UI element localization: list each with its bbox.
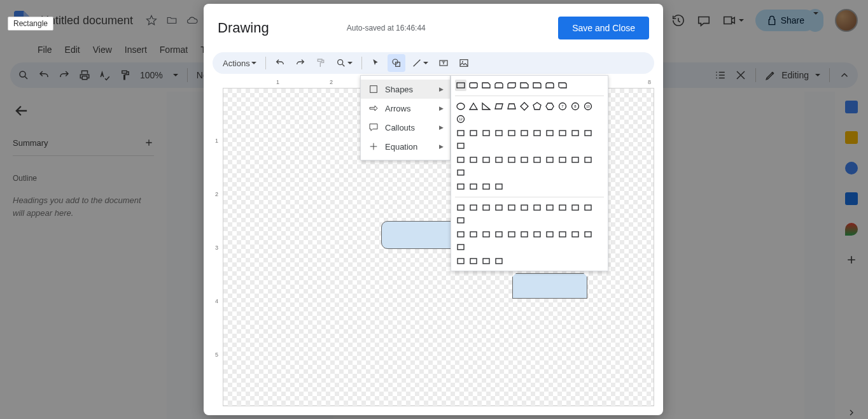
shape-round-same[interactable] xyxy=(544,80,556,91)
shape-snip-round[interactable] xyxy=(519,80,530,91)
save-and-close-button[interactable]: Save and Close xyxy=(558,17,649,39)
shape-hexagon[interactable] xyxy=(544,101,556,112)
shape-bevel[interactable] xyxy=(455,140,466,152)
menu-item-equation[interactable]: Equation▶ xyxy=(361,137,450,156)
paint-format-icon[interactable] xyxy=(312,54,330,72)
shape-triangle[interactable] xyxy=(468,101,479,112)
shape-moon[interactable] xyxy=(557,154,568,166)
shape-frame[interactable] xyxy=(493,127,505,139)
shape-parallelogram[interactable] xyxy=(493,101,505,112)
shape-heptagon[interactable]: 7 xyxy=(557,101,568,112)
shape-flow-extract[interactable] xyxy=(557,229,568,240)
shape-rounded-rect[interactable] xyxy=(468,80,479,91)
shape-folded-corner[interactable] xyxy=(493,154,505,166)
shape-dodecagon[interactable]: 12 xyxy=(455,113,466,125)
shape-trapezoid[interactable] xyxy=(506,101,517,112)
svg-rect-53 xyxy=(496,205,502,210)
textbox-tool[interactable] xyxy=(435,54,452,72)
shape-snip-same[interactable] xyxy=(493,80,505,91)
shape-flow-tape[interactable] xyxy=(493,229,505,240)
shape-flow-decision[interactable] xyxy=(480,202,492,213)
shape-pie[interactable] xyxy=(455,127,466,139)
shape-cube[interactable] xyxy=(582,127,594,139)
menu-item-shapes[interactable]: Shapes▶ xyxy=(361,80,450,99)
select-tool[interactable] xyxy=(367,54,385,72)
shape-block-arc[interactable] xyxy=(480,154,492,166)
undo-icon[interactable] xyxy=(271,54,289,72)
canvas-shape[interactable] xyxy=(512,273,587,299)
shape-heart[interactable] xyxy=(519,154,530,166)
shape-plaque[interactable] xyxy=(557,127,568,139)
shape-round-diag[interactable] xyxy=(557,80,568,91)
menu-item-arrows[interactable]: Arrows▶ xyxy=(361,99,450,118)
shape-flow-manual-op[interactable] xyxy=(455,215,466,226)
line-tool[interactable] xyxy=(408,54,432,72)
svg-rect-74 xyxy=(458,259,464,264)
shape-no-symbol[interactable] xyxy=(468,154,479,166)
shape-flow-direct[interactable] xyxy=(480,255,492,267)
shape-octagon[interactable]: 8 xyxy=(570,101,581,112)
shape-tool[interactable] xyxy=(388,54,405,72)
shape-oval[interactable] xyxy=(455,101,466,112)
shape-arc[interactable] xyxy=(582,154,594,166)
shape-flow-seq[interactable] xyxy=(455,255,466,267)
shape-brace-l[interactable] xyxy=(468,181,479,192)
shape-flow-document[interactable] xyxy=(531,202,543,213)
zoom-tool[interactable] xyxy=(332,54,356,72)
shape-chord[interactable] xyxy=(468,127,479,139)
shape-flow-collate[interactable] xyxy=(531,229,543,240)
shape-flow-prep[interactable] xyxy=(570,202,581,213)
shape-can[interactable] xyxy=(570,127,581,139)
shape-diamond[interactable] xyxy=(519,101,530,112)
menu-item-callouts[interactable]: Callouts▶ xyxy=(361,118,450,137)
svg-text:8: 8 xyxy=(574,104,577,108)
shape-flow-manual[interactable] xyxy=(582,202,594,213)
shape-flow-or[interactable] xyxy=(519,229,530,240)
shape-lightning[interactable] xyxy=(531,154,543,166)
shape-flow-terminator[interactable] xyxy=(557,202,568,213)
shape-donut[interactable] xyxy=(455,154,466,166)
shape-smiley[interactable] xyxy=(506,154,517,166)
shape-flow-stored[interactable] xyxy=(582,229,594,240)
shape-flow-multidoc[interactable] xyxy=(544,202,556,213)
shape-plaque-tabs[interactable] xyxy=(493,181,505,192)
shape-diag-stripe[interactable] xyxy=(531,127,543,139)
svg-text:7: 7 xyxy=(561,104,564,108)
shape-flow-process[interactable] xyxy=(455,202,466,213)
image-tool[interactable] xyxy=(455,54,473,72)
shape-bracket-l[interactable] xyxy=(455,167,466,178)
shape-flow-mag-disk[interactable] xyxy=(468,255,479,267)
shape-teardrop[interactable] xyxy=(480,127,492,139)
shape-bracket-r[interactable] xyxy=(455,181,466,192)
shape-flow-delay[interactable] xyxy=(455,241,466,253)
shape-l-shape[interactable] xyxy=(519,127,530,139)
shape-flow-connector[interactable] xyxy=(455,229,466,240)
redo-icon[interactable] xyxy=(291,54,309,72)
shape-cross[interactable] xyxy=(544,127,556,139)
shape-flow-offpage[interactable] xyxy=(468,229,479,240)
shape-pentagon[interactable] xyxy=(531,101,543,112)
actions-menu[interactable]: Actions xyxy=(219,56,260,71)
shape-flow-sort[interactable] xyxy=(544,229,556,240)
svg-rect-30 xyxy=(559,131,566,136)
shape-rect[interactable] xyxy=(455,80,466,91)
shape-rtriangle[interactable] xyxy=(480,101,492,112)
svg-rect-40 xyxy=(534,157,540,162)
shape-round-single[interactable] xyxy=(531,80,543,91)
svg-rect-36 xyxy=(483,157,489,162)
shape-flow-predef[interactable] xyxy=(506,202,517,213)
shape-flow-alt[interactable] xyxy=(468,202,479,213)
shape-cloud[interactable] xyxy=(570,154,581,166)
shape-flow-display[interactable] xyxy=(493,255,505,267)
shape-half-frame[interactable] xyxy=(506,127,517,139)
shape-snip-diag[interactable] xyxy=(506,80,517,91)
shape-decagon[interactable]: 10 xyxy=(582,101,594,112)
shape-sun[interactable] xyxy=(544,154,556,166)
shape-brace-r[interactable] xyxy=(480,181,492,192)
shape-flow-merge[interactable] xyxy=(570,229,581,240)
shape-flow-data[interactable] xyxy=(493,202,505,213)
shape-snip-single[interactable] xyxy=(480,80,492,91)
shape-flow-internal[interactable] xyxy=(519,202,530,213)
shape-flow-card[interactable] xyxy=(480,229,492,240)
shape-flow-summing[interactable] xyxy=(506,229,517,240)
